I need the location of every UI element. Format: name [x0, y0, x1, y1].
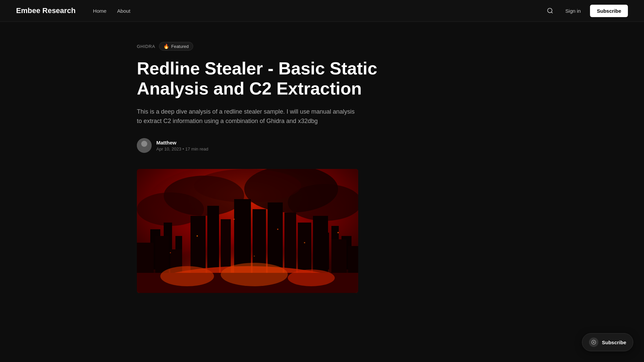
subscribe-button[interactable]: Subscribe: [590, 5, 628, 17]
article-meta: Apr 10, 2023 • 17 min read: [156, 146, 208, 152]
nav-home[interactable]: Home: [89, 6, 110, 16]
svg-point-40: [277, 229, 278, 230]
floating-subscribe-button[interactable]: Subscribe: [582, 333, 633, 351]
featured-badge: 🔥 Featured: [159, 42, 193, 51]
svg-point-36: [160, 266, 214, 286]
svg-point-0: [547, 8, 552, 13]
svg-point-45: [254, 256, 255, 257]
fire-icon: 🔥: [163, 44, 169, 49]
article-title: Redline Stealer - Basic Static Analysis …: [137, 59, 392, 99]
main-nav: Home About: [89, 6, 134, 16]
svg-line-1: [551, 12, 552, 13]
featured-label: Featured: [171, 44, 189, 49]
site-header: Embee Research Home About Sign in Subscr…: [0, 0, 644, 22]
svg-point-39: [197, 235, 198, 237]
article-read-time: 17 min read: [185, 146, 208, 152]
site-title[interactable]: Embee Research: [16, 6, 75, 15]
svg-point-38: [288, 269, 335, 286]
subscribe-portal-icon: [589, 338, 598, 347]
hero-image: [137, 169, 358, 293]
search-icon: [547, 7, 553, 14]
author-row: Matthew Apr 10, 2023 • 17 min read: [137, 138, 507, 153]
nav-about[interactable]: About: [113, 6, 134, 16]
article-excerpt: This is a deep dive analysis of a redlin…: [137, 107, 358, 126]
article-date: Apr 10, 2023: [156, 146, 181, 152]
svg-point-41: [234, 219, 235, 220]
svg-point-11: [194, 169, 301, 202]
signin-link[interactable]: Sign in: [561, 6, 585, 16]
main-content: Ghidra 🔥 Featured Redline Stealer - Basi…: [121, 22, 523, 320]
header-left: Embee Research Home About: [16, 6, 135, 16]
portal-icon: [591, 340, 596, 345]
author-name[interactable]: Matthew: [156, 140, 208, 145]
search-button[interactable]: [544, 5, 556, 17]
cityscape-illustration: [137, 169, 358, 293]
hero-image-inner: [137, 169, 358, 293]
header-right: Sign in Subscribe: [544, 5, 628, 17]
tag-ghidra[interactable]: Ghidra: [137, 44, 155, 49]
tags-row: Ghidra 🔥 Featured: [137, 42, 507, 51]
person-icon: [137, 138, 152, 153]
svg-point-42: [304, 242, 305, 243]
author-avatar[interactable]: [137, 138, 152, 153]
svg-point-47: [593, 342, 594, 343]
author-info: Matthew Apr 10, 2023 • 17 min read: [156, 140, 208, 152]
floating-subscribe-label: Subscribe: [602, 340, 626, 345]
svg-point-43: [170, 252, 171, 253]
svg-point-3: [141, 141, 147, 147]
svg-point-37: [221, 263, 288, 286]
svg-point-44: [337, 232, 339, 233]
